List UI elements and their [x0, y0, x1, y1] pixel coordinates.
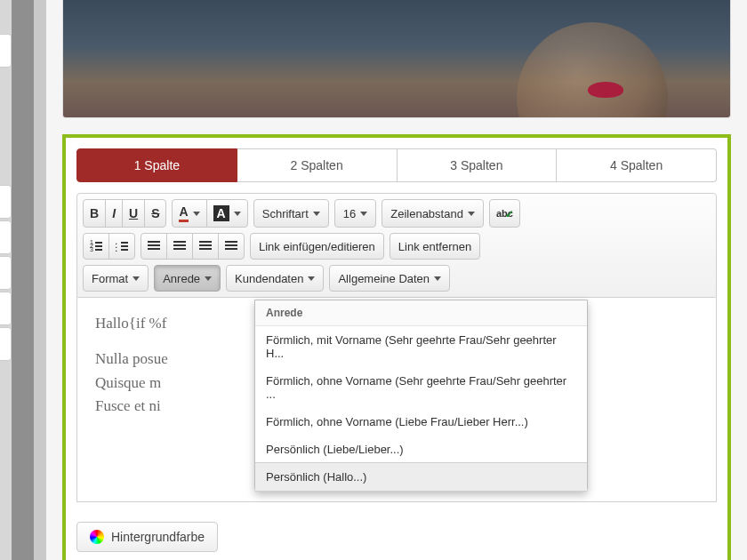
dropdown-item-formal-liebe[interactable]: Förmlich, ohne Vorname (Liebe Frau/Liebe…: [255, 408, 587, 436]
spellcheck-button[interactable]: [489, 199, 520, 228]
text-color-button[interactable]: A: [172, 199, 206, 228]
sidebar-handle[interactable]: [0, 292, 12, 325]
dropdown-item-personal-hallo[interactable]: Persönlich (Hallo...): [255, 462, 587, 492]
sidebar-handle[interactable]: [0, 185, 12, 219]
caret-icon: [308, 276, 315, 281]
caret-icon: [234, 212, 241, 216]
content-text: Fusce et ni: [95, 397, 161, 414]
align-right-icon: [199, 241, 212, 252]
caret-icon: [205, 276, 212, 281]
background-color-label: Hintergrundfarbe: [111, 530, 205, 544]
align-left-icon: [148, 241, 160, 252]
caret-icon: [434, 276, 441, 281]
caret-icon: [360, 212, 367, 216]
font-size-dropdown[interactable]: 16: [334, 199, 376, 228]
salutation-dropdown[interactable]: Anrede: [154, 265, 221, 292]
customer-data-dropdown[interactable]: Kundendaten: [226, 265, 324, 292]
dropdown-header: Anrede: [255, 300, 587, 326]
color-wheel-icon: [90, 530, 104, 544]
spellcheck-icon: [496, 209, 513, 219]
tab-3-columns[interactable]: 3 Spalten: [398, 148, 558, 182]
header-image: [62, 0, 731, 118]
general-data-dropdown[interactable]: Allgemeine Daten: [329, 265, 450, 292]
align-left-button[interactable]: [141, 233, 167, 260]
align-justify-button[interactable]: [218, 233, 245, 260]
bg-color-icon: A: [213, 205, 229, 221]
strikethrough-icon: S: [151, 206, 159, 220]
italic-button[interactable]: I: [105, 199, 123, 228]
strike-button[interactable]: S: [144, 199, 166, 228]
tab-4-columns[interactable]: 4 Spalten: [557, 148, 717, 182]
font-family-dropdown[interactable]: Schriftart: [253, 199, 329, 228]
unordered-list-icon: [116, 241, 128, 252]
caret-icon: [468, 212, 475, 216]
font-size-value: 16: [343, 207, 356, 220]
underline-button[interactable]: U: [122, 199, 145, 228]
content-text: Hallo{if %f: [95, 315, 166, 332]
line-spacing-dropdown[interactable]: Zeilenabstand: [382, 199, 484, 228]
sidebar-handle[interactable]: [0, 34, 12, 68]
font-family-label: Schriftart: [262, 207, 309, 220]
salutation-label: Anrede: [163, 272, 200, 285]
align-right-button[interactable]: [192, 233, 219, 260]
format-dropdown[interactable]: Format: [83, 265, 149, 292]
sidebar-handle[interactable]: [0, 220, 12, 254]
caret-icon: [193, 212, 200, 216]
dropdown-item-formal-with-firstname[interactable]: Förmlich, mit Vorname (Sehr geehrte Frau…: [255, 326, 587, 367]
text-color-icon: A: [179, 204, 188, 222]
background-color-button[interactable]: A: [206, 199, 248, 228]
tab-2-columns[interactable]: 2 Spalten: [237, 148, 398, 182]
tab-1-column[interactable]: 1 Spalte: [76, 148, 237, 182]
format-label: Format: [92, 272, 128, 285]
underline-icon: U: [129, 206, 138, 220]
caret-icon: [313, 212, 320, 216]
sidebar-handle[interactable]: [0, 256, 12, 290]
customer-data-label: Kundendaten: [235, 272, 303, 285]
background-color-picker-button[interactable]: Hintergrundfarbe: [76, 522, 218, 552]
align-center-icon: [173, 241, 186, 252]
line-spacing-label: Zeilenabstand: [390, 207, 463, 220]
general-data-label: Allgemeine Daten: [338, 272, 430, 285]
align-justify-icon: [225, 241, 237, 252]
content-text: Quisque m: [95, 374, 161, 391]
rich-text-toolbar: B I U S A A Schriftart 16 Zeilenabstand: [76, 193, 717, 298]
dropdown-item-personal-liebe[interactable]: Persönlich (Liebe/Lieber...): [255, 436, 587, 463]
ordered-list-icon: [90, 241, 102, 252]
caret-icon: [133, 276, 140, 281]
insert-link-button[interactable]: Link einfügen/editieren: [250, 233, 384, 260]
align-center-button[interactable]: [166, 233, 193, 260]
remove-link-button[interactable]: Link entfernen: [390, 233, 480, 260]
unordered-list-button[interactable]: [108, 233, 135, 260]
column-layout-tabs: 1 Spalte 2 Spalten 3 Spalten 4 Spalten: [76, 148, 717, 182]
salutation-dropdown-menu: Anrede Förmlich, mit Vorname (Sehr geehr…: [254, 300, 588, 492]
content-text: Nulla posue: [95, 350, 168, 367]
bold-icon: B: [90, 206, 99, 220]
dropdown-item-formal-without-firstname[interactable]: Förmlich, ohne Vorname (Sehr geehrte Fra…: [255, 367, 587, 408]
ordered-list-button[interactable]: [83, 233, 109, 260]
italic-icon: I: [112, 206, 116, 220]
sidebar-handle[interactable]: [0, 327, 12, 361]
bold-button[interactable]: B: [83, 199, 106, 228]
